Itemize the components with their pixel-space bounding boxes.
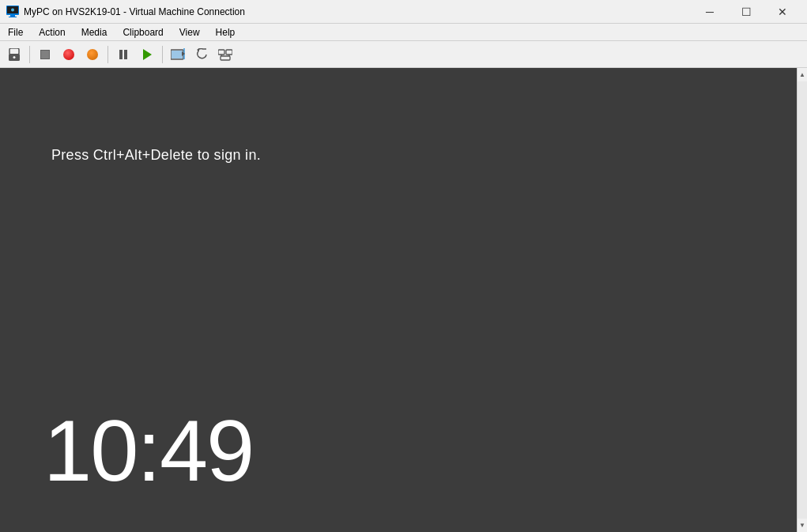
- virtual-switch-icon: [218, 48, 232, 61]
- undo-icon: [195, 48, 208, 61]
- menu-bar: File Action Media Clipboard View Help: [0, 24, 807, 41]
- menu-item-help[interactable]: Help: [208, 24, 243, 40]
- screenshot-button[interactable]: [167, 43, 189, 66]
- toolbar-sep-3: [162, 46, 163, 63]
- svg-rect-13: [226, 50, 232, 55]
- pause-icon: [119, 50, 127, 59]
- vm-icon: [6, 6, 19, 18]
- reset-icon: [87, 49, 98, 60]
- svg-point-7: [13, 56, 16, 58]
- svg-rect-9: [172, 51, 183, 58]
- close-button[interactable]: ✕: [764, 0, 801, 24]
- lock-button[interactable]: [3, 43, 25, 66]
- pause-button[interactable]: [112, 43, 134, 66]
- play-icon: [143, 49, 152, 60]
- window-title: MyPC on HVS2K19-01 - Virtual Machine Con…: [24, 6, 245, 17]
- shutdown-icon: [63, 49, 74, 60]
- title-bar-controls: ─ ☐ ✕: [692, 0, 801, 24]
- svg-rect-3: [9, 17, 17, 17]
- svg-point-4: [11, 8, 14, 11]
- restore-button[interactable]: ☐: [728, 0, 764, 24]
- scrollbar: ▲ ▼: [797, 68, 807, 532]
- scroll-down-arrow[interactable]: ▼: [798, 519, 808, 532]
- menu-item-media[interactable]: Media: [74, 24, 115, 40]
- toolbar-sep-1: [29, 46, 30, 63]
- scrollbar-track[interactable]: [798, 81, 807, 519]
- toolbar: [0, 41, 807, 68]
- resume-button[interactable]: [136, 43, 158, 66]
- svg-rect-12: [218, 50, 224, 55]
- svg-rect-14: [221, 56, 230, 60]
- toolbar-sep-2: [107, 46, 108, 63]
- stop-button[interactable]: [34, 43, 56, 66]
- screenshot-icon: [171, 48, 185, 61]
- svg-rect-5: [9, 48, 19, 55]
- stop-icon: [40, 50, 50, 59]
- menu-item-action[interactable]: Action: [31, 24, 73, 40]
- shutdown-button[interactable]: [58, 43, 80, 66]
- vm-container: Press Ctrl+Alt+Delete to sign in. 10:49 …: [0, 68, 807, 532]
- title-bar-left: MyPC on HVS2K19-01 - Virtual Machine Con…: [6, 6, 245, 18]
- title-bar: MyPC on HVS2K19-01 - Virtual Machine Con…: [0, 0, 807, 24]
- vm-screen[interactable]: Press Ctrl+Alt+Delete to sign in. 10:49: [0, 68, 797, 532]
- menu-item-view[interactable]: View: [172, 24, 208, 40]
- menu-item-file[interactable]: File: [0, 24, 31, 40]
- svg-rect-2: [10, 15, 15, 17]
- lock-message: Press Ctrl+Alt+Delete to sign in.: [51, 147, 261, 164]
- reset-button[interactable]: [81, 43, 104, 66]
- virtual-switch-button[interactable]: [214, 43, 236, 66]
- clock-display: 10:49: [43, 400, 253, 500]
- scroll-up-arrow[interactable]: ▲: [798, 68, 808, 81]
- undo-button[interactable]: [190, 43, 213, 66]
- menu-item-clipboard[interactable]: Clipboard: [115, 24, 171, 40]
- lock-icon: [8, 48, 21, 61]
- minimize-button[interactable]: ─: [692, 0, 728, 24]
